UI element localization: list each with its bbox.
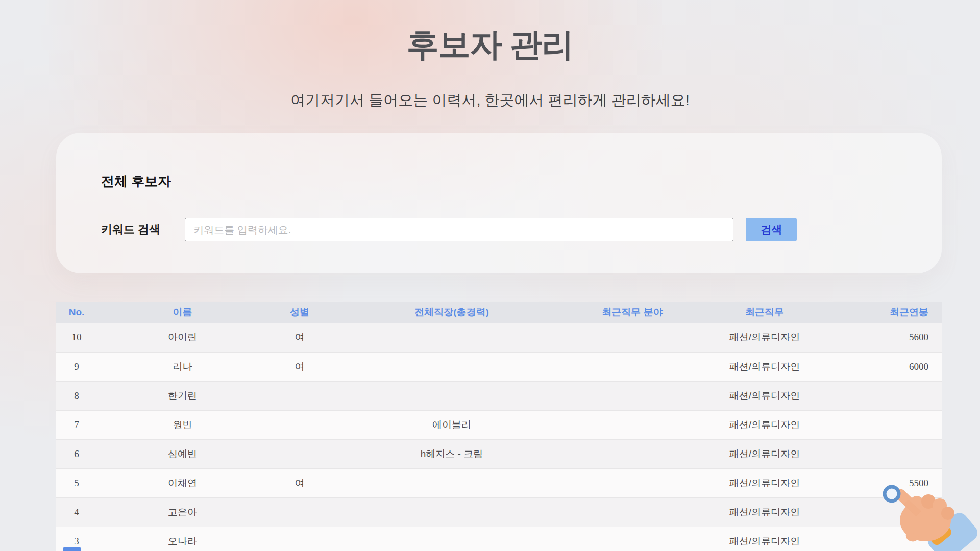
cell-gender — [268, 410, 331, 439]
cell-work — [331, 323, 572, 352]
cell-name: 원빈 — [97, 410, 268, 439]
cell-job: 패션/의류디자인 — [693, 352, 837, 381]
cell-name: 아이린 — [97, 323, 268, 352]
cell-job: 패션/의류디자인 — [693, 468, 837, 497]
cell-no: 7 — [56, 410, 97, 439]
cell-no: 5 — [56, 468, 97, 497]
cell-field — [572, 352, 693, 381]
cell-gender — [268, 439, 331, 468]
cell-work — [331, 497, 572, 527]
column-header-gender: 성별 — [268, 302, 331, 323]
cell-job: 패션/의류디자인 — [693, 381, 837, 410]
cell-name: 심예빈 — [97, 439, 268, 468]
cell-gender — [268, 381, 331, 410]
keyword-search-row: 키워드 검색 검색 — [101, 218, 897, 241]
cell-name: 오나라 — [97, 527, 268, 551]
cell-work: 에이블리 — [331, 410, 572, 439]
table-row[interactable]: 9리나여패션/의류디자인6000 — [56, 352, 942, 381]
partial-element-below-fold[interactable] — [63, 547, 81, 551]
cell-salary: 5500 — [837, 468, 942, 497]
cell-salary — [837, 439, 942, 468]
cell-field — [572, 323, 693, 352]
cell-name: 이채연 — [97, 468, 268, 497]
cell-field — [572, 410, 693, 439]
cell-no: 9 — [56, 352, 97, 381]
cell-name: 고은아 — [97, 497, 268, 527]
cell-salary — [837, 497, 942, 527]
table-row[interactable]: 7원빈에이블리패션/의류디자인 — [56, 410, 942, 439]
cell-no: 6 — [56, 439, 97, 468]
column-header-no: No. — [56, 302, 97, 323]
cell-gender — [268, 497, 331, 527]
cell-work — [331, 468, 572, 497]
cell-gender: 여 — [268, 468, 331, 497]
cell-job: 패션/의류디자인 — [693, 323, 837, 352]
cell-work — [331, 352, 572, 381]
cell-gender — [268, 527, 331, 551]
keyword-label: 키워드 검색 — [101, 222, 160, 237]
cell-work: h헤지스 - 크림 — [331, 439, 572, 468]
table-row[interactable]: 5이채연여패션/의류디자인5500 — [56, 468, 942, 497]
column-header-job: 최근직무 — [693, 302, 837, 323]
search-button[interactable]: 검색 — [746, 218, 797, 241]
cell-field — [572, 497, 693, 527]
search-card: 전체 후보자 키워드 검색 검색 — [56, 133, 942, 273]
cell-gender: 여 — [268, 352, 331, 381]
table-row[interactable]: 8한기린패션/의류디자인 — [56, 381, 942, 410]
cell-salary: 6000 — [837, 352, 942, 381]
cell-salary — [837, 410, 942, 439]
cell-no: 10 — [56, 323, 97, 352]
page-title: 후보자 관리 — [0, 22, 980, 66]
cell-field — [572, 527, 693, 551]
cell-no: 4 — [56, 497, 97, 527]
cell-name: 리나 — [97, 352, 268, 381]
keyword-search-input[interactable] — [185, 218, 733, 241]
column-header-work: 전체직장(총경력) — [331, 302, 572, 323]
cell-work — [331, 527, 572, 551]
candidates-table: No.이름성별전체직장(총경력)최근직무 분야최근직무최근연봉 10아이린여패션… — [56, 302, 942, 551]
cell-field — [572, 468, 693, 497]
cell-salary — [837, 381, 942, 410]
cell-job: 패션/의류디자인 — [693, 527, 837, 551]
page-subtitle: 여기저기서 들어오는 이력서, 한곳에서 편리하게 관리하세요! — [0, 91, 980, 109]
cell-job: 패션/의류디자인 — [693, 439, 837, 468]
cell-job: 패션/의류디자인 — [693, 410, 837, 439]
candidates-table-header: No.이름성별전체직장(총경력)최근직무 분야최근직무최근연봉 — [56, 302, 942, 323]
hero-section: 후보자 관리 여기저기서 들어오는 이력서, 한곳에서 편리하게 관리하세요! — [0, 0, 980, 109]
table-row[interactable]: 3오나라패션/의류디자인 — [56, 527, 942, 551]
cell-job: 패션/의류디자인 — [693, 497, 837, 527]
column-header-salary: 최근연봉 — [837, 302, 942, 323]
table-row[interactable]: 10아이린여패션/의류디자인5600 — [56, 323, 942, 352]
cell-salary — [837, 527, 942, 551]
column-header-name: 이름 — [97, 302, 268, 323]
cell-work — [331, 381, 572, 410]
table-row[interactable]: 4고은아패션/의류디자인 — [56, 497, 942, 527]
cell-gender: 여 — [268, 323, 331, 352]
cell-name: 한기린 — [97, 381, 268, 410]
cell-no: 8 — [56, 381, 97, 410]
card-heading: 전체 후보자 — [101, 172, 897, 190]
cell-field — [572, 381, 693, 410]
cell-field — [572, 439, 693, 468]
table-row[interactable]: 6심예빈h헤지스 - 크림패션/의류디자인 — [56, 439, 942, 468]
cell-salary: 5600 — [837, 323, 942, 352]
column-header-field: 최근직무 분야 — [572, 302, 693, 323]
